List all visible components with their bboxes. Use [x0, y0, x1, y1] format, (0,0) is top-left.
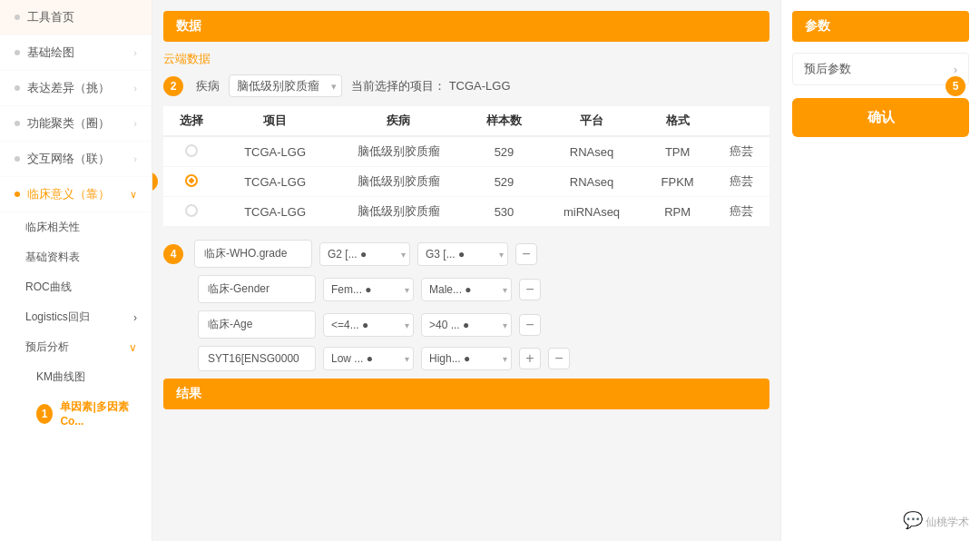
sidebar-functional[interactable]: 功能聚类（圈） › — [0, 106, 152, 142]
sidebar-home[interactable]: 工具首页 — [0, 0, 152, 35]
watermark: 💬 仙桃学术 — [792, 501, 969, 530]
clinical-section: 4 临床-WHO.grade G2 [... ● G3 [... ● − — [163, 240, 769, 371]
watermark-icon: 💬 — [903, 511, 923, 529]
sidebar-network[interactable]: 交互网络（联） › — [0, 142, 152, 177]
project-3: TCGA-LGG — [220, 197, 329, 227]
sidebar-clinical-corr[interactable]: 临床相关性 — [0, 212, 152, 242]
extra-1: 癌芸 — [712, 136, 769, 167]
preset-params-arrow: › — [954, 63, 957, 76]
sidebar-clinical-dot — [15, 192, 20, 197]
age-tag: 临床-Age — [198, 310, 316, 339]
result-section-title: 结果 — [176, 386, 201, 400]
project-1: TCGA-LGG — [220, 136, 329, 167]
col-project: 项目 — [220, 106, 329, 136]
sidebar-km-label: KM曲线图 — [36, 370, 85, 383]
syt16-val1-select[interactable]: Low ... ● — [323, 347, 414, 370]
badge-3: 3 — [152, 172, 158, 192]
sidebar-clinical[interactable]: 临床意义（靠） ∨ — [0, 177, 152, 212]
sidebar-expression-arrow: › — [133, 83, 137, 93]
sidebar-basic-data[interactable]: 基础资料表 — [0, 242, 152, 272]
radio-cell-3[interactable] — [163, 197, 220, 227]
gender-minus-button[interactable]: − — [519, 279, 541, 300]
sidebar-basic[interactable]: 基础绘图 › — [0, 35, 152, 71]
syt16-val1-wrap: Low ... ● — [323, 347, 414, 370]
sidebar-expression-label: 表达差异（挑） — [27, 80, 110, 96]
sidebar-basic-label: 基础绘图 — [27, 44, 74, 61]
sidebar-clinical-corr-label: 临床相关性 — [25, 221, 80, 233]
gender-tag: 临床-Gender — [198, 275, 316, 303]
preset-params-button[interactable]: 预后参数 › — [792, 53, 969, 85]
format-3: RPM — [642, 197, 712, 227]
confirm-button[interactable]: 确认 — [792, 98, 969, 137]
extra-3: 癌芸 — [712, 197, 769, 227]
radio-2[interactable] — [185, 174, 198, 187]
sidebar-expression[interactable]: 表达差异（挑） › — [0, 71, 152, 106]
center-panel: 数据 云端数据 2 疾病 脑低级别胶质瘤 当前选择的项目： TCGA-LGG — [152, 0, 780, 541]
right-panel: 参数 预后参数 › 5 确认 💬 仙桃学术 — [780, 0, 980, 541]
current-project-value: TCGA-LGG — [449, 79, 511, 93]
result-section-header: 结果 — [163, 379, 769, 409]
clinical-row-3: 临床-Age <=4... ● >40 ... ● − — [163, 310, 769, 339]
current-project: 当前选择的项目： TCGA-LGG — [351, 78, 511, 94]
sidebar-prognosis-arrow: ∨ — [129, 341, 137, 354]
who-grade-tag: 临床-WHO.grade — [194, 240, 312, 268]
syt16-minus-button[interactable]: − — [548, 348, 570, 369]
samples-2: 529 — [467, 167, 541, 197]
main-content: 数据 云端数据 2 疾病 脑低级别胶质瘤 当前选择的项目： TCGA-LGG — [152, 0, 980, 541]
col-disease: 疾病 — [329, 106, 467, 136]
syt16-val2-select[interactable]: High... ● — [421, 347, 512, 370]
sidebar: 工具首页 基础绘图 › 表达差异（挑） › 功能聚类（圈） › 交互网络（联） … — [0, 0, 152, 541]
samples-1: 529 — [467, 136, 541, 167]
who-val1-select[interactable]: G2 [... ● — [319, 242, 410, 266]
sidebar-logistics-label: Logistics回归 — [25, 310, 90, 325]
age-val1-select[interactable]: <=4... ● — [323, 313, 414, 337]
sidebar-logistics[interactable]: Logistics回归 › — [0, 302, 152, 332]
sidebar-prognosis[interactable]: 预后分析 ∨ — [0, 332, 152, 362]
sidebar-km[interactable]: KM曲线图 — [0, 362, 152, 392]
filter-row: 2 疾病 脑低级别胶质瘤 当前选择的项目： TCGA-LGG — [163, 74, 769, 97]
radio-1[interactable] — [185, 144, 198, 157]
who-val2-wrap: G3 [... ● — [417, 242, 508, 266]
radio-cell-2[interactable]: 3 — [163, 167, 220, 197]
sidebar-roc[interactable]: ROC曲线 — [0, 272, 152, 302]
cloud-label-text: 云端数据 — [163, 52, 211, 65]
gender-val1-select[interactable]: Fem... ● — [323, 278, 414, 301]
col-samples: 样本数 — [467, 106, 541, 136]
sidebar-single-multi[interactable]: 1 单因素|多因素Co... — [0, 392, 152, 435]
clinical-row-2: 临床-Gender Fem... ● Male... ● − — [163, 275, 769, 303]
radio-3[interactable] — [185, 204, 198, 217]
sidebar-basic-arrow: › — [133, 47, 137, 58]
table-row: TCGA-LGG 脑低级别胶质瘤 529 RNAseq TPM 癌芸 — [163, 136, 769, 167]
sidebar-roc-label: ROC曲线 — [25, 280, 72, 293]
sidebar-prognosis-label: 预后分析 — [25, 339, 69, 355]
disease-label: 疾病 — [196, 78, 220, 94]
radio-cell-1[interactable] — [163, 136, 220, 167]
who-val2-select[interactable]: G3 [... ● — [417, 242, 508, 266]
sidebar-logistics-arrow: › — [133, 311, 137, 324]
sidebar-network-label: 交互网络（联） — [27, 151, 110, 167]
gender-val1-wrap: Fem... ● — [323, 278, 414, 301]
format-2: FPKM — [642, 167, 712, 197]
gender-val2-select[interactable]: Male... ● — [421, 278, 512, 301]
sidebar-functional-label: 功能聚类（圈） — [27, 115, 110, 132]
platform-3: miRNAseq — [541, 197, 642, 227]
table-row: 3 TCGA-LGG 脑低级别胶质瘤 529 RNAseq FPKM 癌芸 — [163, 167, 769, 197]
sidebar-single-multi-label: 单因素|多因素Co... — [60, 399, 137, 428]
sidebar-network-arrow: › — [133, 153, 137, 164]
col-select: 选择 — [163, 106, 220, 136]
params-title: 参数 — [805, 18, 830, 33]
disease-select[interactable]: 脑低级别胶质瘤 — [229, 74, 342, 97]
disease-3: 脑低级别胶质瘤 — [329, 197, 467, 227]
sidebar-network-dot — [15, 156, 20, 162]
age-val2-select[interactable]: >40 ... ● — [421, 313, 512, 337]
cloud-label: 云端数据 — [163, 51, 769, 67]
age-minus-button[interactable]: − — [519, 314, 541, 336]
params-header: 参数 — [792, 11, 969, 42]
col-extra — [712, 106, 769, 136]
syt16-plus-button[interactable]: + — [519, 348, 541, 369]
current-project-label: 当前选择的项目： — [351, 79, 446, 93]
confirm-label: 确认 — [867, 109, 895, 124]
who-minus-button[interactable]: − — [515, 243, 537, 265]
badge-5: 5 — [946, 76, 965, 96]
preset-params-label: 预后参数 — [804, 61, 851, 77]
